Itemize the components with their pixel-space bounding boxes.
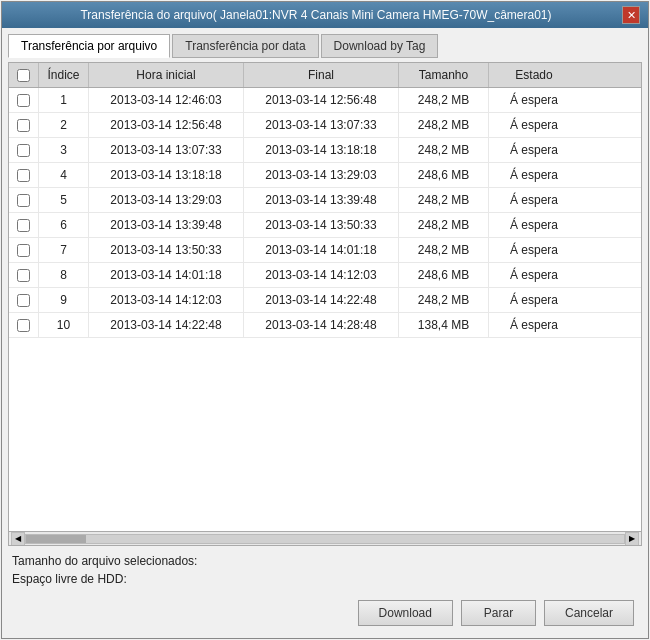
row-index-8: 9	[39, 288, 89, 312]
row-end-9: 2013-03-14 14:28:48	[244, 313, 399, 337]
file-size-info: Tamanho do arquivo selecionados:	[12, 552, 638, 570]
header-size: Tamanho	[399, 63, 489, 87]
scrollbar-track[interactable]	[25, 534, 625, 544]
row-status-6: Á espera	[489, 238, 579, 262]
row-end-4: 2013-03-14 13:39:48	[244, 188, 399, 212]
row-status-0: Á espera	[489, 88, 579, 112]
tab-arquivo[interactable]: Transferência por arquivo	[8, 34, 170, 58]
tab-data[interactable]: Transferência por data	[172, 34, 318, 58]
row-end-1: 2013-03-14 13:07:33	[244, 113, 399, 137]
row-size-4: 248,2 MB	[399, 188, 489, 212]
title-bar: Transferência do arquivo( Janela01:NVR 4…	[2, 2, 648, 28]
row-start-4: 2013-03-14 13:29:03	[89, 188, 244, 212]
tab-tag[interactable]: Download by Tag	[321, 34, 439, 58]
row-size-1: 248,2 MB	[399, 113, 489, 137]
table-row: 2 2013-03-14 12:56:48 2013-03-14 13:07:3…	[9, 113, 641, 138]
row-index-1: 2	[39, 113, 89, 137]
table-row: 6 2013-03-14 13:39:48 2013-03-14 13:50:3…	[9, 213, 641, 238]
row-status-7: Á espera	[489, 263, 579, 287]
row-checkbox-8[interactable]	[9, 288, 39, 312]
row-start-6: 2013-03-14 13:50:33	[89, 238, 244, 262]
table-body: 1 2013-03-14 12:46:03 2013-03-14 12:56:4…	[9, 88, 641, 531]
main-window: Transferência do arquivo( Janela01:NVR 4…	[1, 1, 649, 639]
table-row: 9 2013-03-14 14:12:03 2013-03-14 14:22:4…	[9, 288, 641, 313]
row-index-5: 6	[39, 213, 89, 237]
info-section: Tamanho do arquivo selecionados: Espaço …	[8, 550, 642, 590]
header-end: Final	[244, 63, 399, 87]
tab-bar: Transferência por arquivo Transferência …	[8, 34, 642, 58]
footer-buttons: Download Parar Cancelar	[8, 594, 642, 632]
row-size-5: 248,2 MB	[399, 213, 489, 237]
cancel-button[interactable]: Cancelar	[544, 600, 634, 626]
close-button[interactable]: ✕	[622, 6, 640, 24]
table-header-row: Índice Hora inicial Final Tamanho Estado	[9, 63, 641, 88]
row-checkbox-1[interactable]	[9, 113, 39, 137]
row-checkbox-0[interactable]	[9, 88, 39, 112]
scroll-right-button[interactable]: ▶	[625, 532, 639, 546]
row-start-2: 2013-03-14 13:07:33	[89, 138, 244, 162]
stop-button[interactable]: Parar	[461, 600, 536, 626]
row-end-2: 2013-03-14 13:18:18	[244, 138, 399, 162]
row-size-6: 248,2 MB	[399, 238, 489, 262]
row-end-8: 2013-03-14 14:22:48	[244, 288, 399, 312]
row-size-0: 248,2 MB	[399, 88, 489, 112]
row-status-5: Á espera	[489, 213, 579, 237]
hdd-space-info: Espaço livre de HDD:	[12, 570, 638, 588]
row-size-3: 248,6 MB	[399, 163, 489, 187]
content-area: Transferência por arquivo Transferência …	[2, 28, 648, 638]
row-checkbox-6[interactable]	[9, 238, 39, 262]
row-status-4: Á espera	[489, 188, 579, 212]
header-start: Hora inicial	[89, 63, 244, 87]
scroll-left-button[interactable]: ◀	[11, 532, 25, 546]
row-start-3: 2013-03-14 13:18:18	[89, 163, 244, 187]
row-size-9: 138,4 MB	[399, 313, 489, 337]
row-index-7: 8	[39, 263, 89, 287]
scrollbar-thumb[interactable]	[26, 535, 86, 543]
file-table: Índice Hora inicial Final Tamanho Estado…	[8, 62, 642, 546]
window-title: Transferência do arquivo( Janela01:NVR 4…	[10, 8, 622, 22]
row-size-8: 248,2 MB	[399, 288, 489, 312]
row-status-8: Á espera	[489, 288, 579, 312]
row-status-3: Á espera	[489, 163, 579, 187]
download-button[interactable]: Download	[358, 600, 453, 626]
row-checkbox-4[interactable]	[9, 188, 39, 212]
select-all-checkbox[interactable]	[17, 69, 30, 82]
header-index: Índice	[39, 63, 89, 87]
row-index-9: 10	[39, 313, 89, 337]
row-start-8: 2013-03-14 14:12:03	[89, 288, 244, 312]
row-start-5: 2013-03-14 13:39:48	[89, 213, 244, 237]
row-end-5: 2013-03-14 13:50:33	[244, 213, 399, 237]
row-end-3: 2013-03-14 13:29:03	[244, 163, 399, 187]
row-index-3: 4	[39, 163, 89, 187]
row-index-4: 5	[39, 188, 89, 212]
row-checkbox-9[interactable]	[9, 313, 39, 337]
row-size-2: 248,2 MB	[399, 138, 489, 162]
header-status: Estado	[489, 63, 579, 87]
row-end-7: 2013-03-14 14:12:03	[244, 263, 399, 287]
row-checkbox-5[interactable]	[9, 213, 39, 237]
row-checkbox-7[interactable]	[9, 263, 39, 287]
table-row: 3 2013-03-14 13:07:33 2013-03-14 13:18:1…	[9, 138, 641, 163]
row-index-0: 1	[39, 88, 89, 112]
row-checkbox-2[interactable]	[9, 138, 39, 162]
table-row: 7 2013-03-14 13:50:33 2013-03-14 14:01:1…	[9, 238, 641, 263]
row-checkbox-3[interactable]	[9, 163, 39, 187]
row-status-1: Á espera	[489, 113, 579, 137]
horizontal-scrollbar[interactable]: ◀ ▶	[9, 531, 641, 545]
table-row: 10 2013-03-14 14:22:48 2013-03-14 14:28:…	[9, 313, 641, 338]
table-row: 4 2013-03-14 13:18:18 2013-03-14 13:29:0…	[9, 163, 641, 188]
row-end-6: 2013-03-14 14:01:18	[244, 238, 399, 262]
row-index-6: 7	[39, 238, 89, 262]
row-start-1: 2013-03-14 12:56:48	[89, 113, 244, 137]
row-status-2: Á espera	[489, 138, 579, 162]
header-checkbox-col	[9, 63, 39, 87]
row-index-2: 3	[39, 138, 89, 162]
table-row: 8 2013-03-14 14:01:18 2013-03-14 14:12:0…	[9, 263, 641, 288]
row-start-9: 2013-03-14 14:22:48	[89, 313, 244, 337]
row-end-0: 2013-03-14 12:56:48	[244, 88, 399, 112]
table-row: 5 2013-03-14 13:29:03 2013-03-14 13:39:4…	[9, 188, 641, 213]
row-start-0: 2013-03-14 12:46:03	[89, 88, 244, 112]
row-start-7: 2013-03-14 14:01:18	[89, 263, 244, 287]
table-row: 1 2013-03-14 12:46:03 2013-03-14 12:56:4…	[9, 88, 641, 113]
row-size-7: 248,6 MB	[399, 263, 489, 287]
